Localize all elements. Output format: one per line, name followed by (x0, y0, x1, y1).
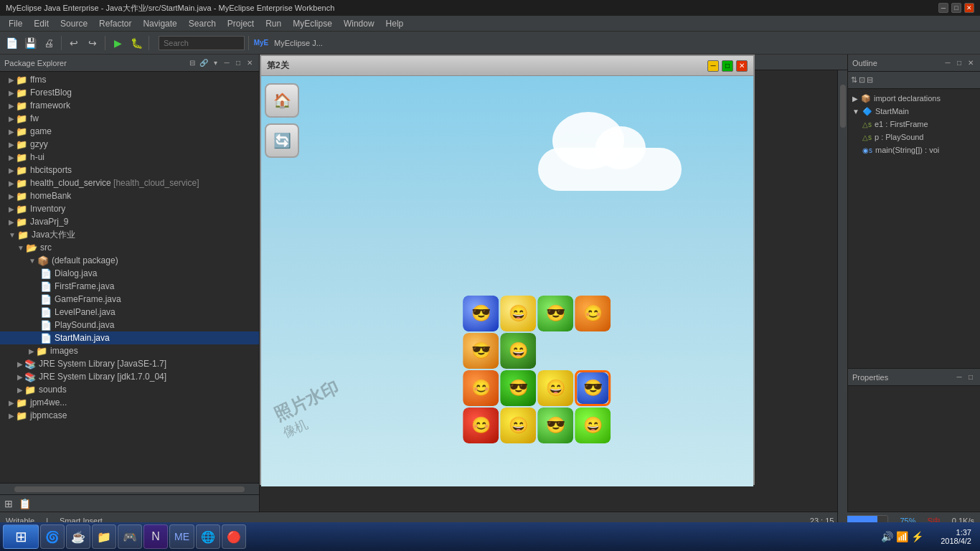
fruit-cell-0-0[interactable]: 😎 (463, 296, 499, 331)
collapse-all-button[interactable]: ⊟ (187, 58, 197, 68)
taskbar-app-game[interactable]: 🎮 (118, 524, 142, 549)
fruit-cell-2-1[interactable]: 😎 (500, 370, 536, 406)
tree-item-inventory[interactable]: ▶ 📁 Inventory (0, 202, 259, 215)
close-button[interactable]: ✕ (964, 3, 974, 13)
tree-item-fw[interactable]: ▶ 📁 fw (0, 112, 259, 125)
menu-edit[interactable]: Edit (28, 17, 55, 30)
maximize-button[interactable]: □ (951, 3, 961, 13)
print-button[interactable]: 🖨 (40, 34, 57, 52)
tree-item-default-package[interactable]: ▼ 📦 (default package) (0, 254, 259, 267)
outline-maximize[interactable]: □ (954, 58, 964, 68)
menu-navigate[interactable]: Navigate (137, 17, 182, 30)
tree-item-health[interactable]: ▶ 📁 health_cloud_service [health_cloud_s… (0, 176, 259, 189)
debug-button[interactable]: 🐛 (128, 34, 145, 52)
editor-scrollbar[interactable] (837, 70, 847, 527)
outline-collapse-button[interactable]: ⊟ (867, 75, 873, 85)
outline-item-e1[interactable]: △s e1 : FirstFrame (848, 118, 980, 131)
taskbar-app-onenote[interactable]: N (143, 524, 168, 549)
fruit-cell-2-3[interactable]: 😎 (575, 370, 611, 406)
minimize-button[interactable]: ─ (938, 3, 948, 13)
menu-file[interactable]: File (3, 17, 28, 30)
game-window[interactable]: 第2关 ─ □ ✕ 🏠 🔄 (260, 55, 755, 485)
taskbar-app-explorer[interactable]: 📁 (92, 524, 116, 549)
tree-item-jbpmcase[interactable]: ▶ 📁 jbpmcase (0, 409, 259, 422)
tree-item-images[interactable]: ▶ 📁 images (0, 344, 259, 357)
maximize-panel-button[interactable]: □ (233, 58, 243, 68)
fruit-cell-2-2[interactable]: 😄 (537, 370, 573, 406)
fruit-cell-3-1[interactable]: 😄 (500, 408, 536, 443)
taskbar-app-intellij[interactable]: 🌀 (40, 524, 65, 549)
redo-button[interactable]: ↪ (84, 34, 101, 52)
taskbar-app-browser[interactable]: 🌐 (196, 524, 220, 549)
panel-bottom-icon2[interactable]: 📋 (19, 498, 31, 509)
save-button[interactable]: 💾 (22, 34, 39, 52)
tree-item-javaprj9[interactable]: ▶ 📁 JavaPrj_9 (0, 215, 259, 228)
game-minimize-button[interactable]: ─ (707, 60, 719, 72)
panel-menu-button[interactable]: ▾ (210, 58, 220, 68)
search-input[interactable] (159, 36, 245, 50)
fruit-cell-3-0[interactable]: 😊 (463, 408, 499, 443)
taskbar-app-myeclipse[interactable]: ME (169, 524, 194, 549)
outline-item-p[interactable]: △s p : PlaySound (848, 131, 980, 143)
tree-item-sounds[interactable]: ▶ 📁 sounds (0, 383, 259, 396)
tree-item-hbcitsports[interactable]: ▶ 📁 hbcitsports (0, 164, 259, 176)
menu-window[interactable]: Window (338, 17, 380, 30)
fruit-cell-2-0[interactable]: 😊 (463, 370, 499, 406)
tree-item-gzyy[interactable]: ▶ 📁 gzyy (0, 138, 259, 151)
tree-item-levelpanel[interactable]: 📄 LevelPanel.java (0, 306, 259, 319)
tree-item-java-project[interactable]: ▼ 📁 Java大作业 (0, 228, 259, 241)
game-close-button[interactable]: ✕ (736, 60, 748, 72)
menu-help[interactable]: Help (380, 17, 410, 30)
fruit-cell-3-2[interactable]: 😎 (537, 408, 573, 443)
tree-item-dialog[interactable]: 📄 Dialog.java (0, 267, 259, 280)
tree-item-firstframe[interactable]: 📄 FirstFrame.java (0, 280, 259, 293)
network-icon[interactable]: 📶 (896, 531, 908, 542)
start-button[interactable]: ⊞ (3, 524, 39, 549)
link-editor-button[interactable]: 🔗 (199, 58, 209, 68)
outline-item-main[interactable]: ◉s main(String[]) : voi (848, 143, 980, 156)
tree-item-startmain[interactable]: 📄 StartMain.java (0, 331, 259, 344)
outline-minimize[interactable]: ─ (943, 58, 953, 68)
properties-minimize[interactable]: ─ (954, 372, 964, 382)
tree-item-jre2[interactable]: ▶ 📚 JRE System Library [jdk1.7.0_04] (0, 370, 259, 383)
horizontal-scrollbar[interactable] (0, 483, 259, 494)
fruit-cell-0-2[interactable]: 😎 (537, 296, 573, 331)
myeclipse-logo[interactable]: MyE (253, 34, 270, 52)
outline-filter-button[interactable]: ⊡ (859, 75, 865, 85)
menu-search[interactable]: Search (183, 17, 222, 30)
tree-item-src[interactable]: ▼ 📂 src (0, 241, 259, 254)
sound-icon[interactable]: 🔊 (881, 531, 893, 542)
tree-item-hui[interactable]: ▶ 📁 h-ui (0, 151, 259, 164)
fruit-cell-1-1[interactable]: 😄 (500, 333, 536, 369)
menu-myeclipse[interactable]: MyEclipse (287, 17, 338, 30)
outline-item-imports[interactable]: ▶ 📦 import declarations (848, 92, 980, 105)
panel-bottom-icon1[interactable]: ⊞ (4, 498, 13, 509)
outline-item-startmain[interactable]: ▼ 🔷 StartMain (848, 105, 980, 118)
fruit-cell-0-3[interactable]: 😊 (575, 296, 611, 331)
fruit-cell-0-1[interactable]: 😄 (500, 296, 536, 331)
fruit-cell-3-3[interactable]: 😄 (575, 408, 611, 443)
undo-button[interactable]: ↩ (65, 34, 83, 52)
tree-item-gameframe[interactable]: 📄 GameFrame.java (0, 293, 259, 306)
tree-item-jre1[interactable]: ▶ 📚 JRE System Library [JavaSE-1.7] (0, 357, 259, 370)
taskbar-app-java[interactable]: ☕ (66, 524, 90, 549)
outline-close[interactable]: ✕ (966, 58, 976, 68)
close-panel-button[interactable]: ✕ (245, 58, 255, 68)
tree-item-homebank[interactable]: ▶ 📁 homeBank (0, 189, 259, 202)
refresh-button[interactable]: 🔄 (265, 123, 299, 158)
power-icon[interactable]: ⚡ (911, 531, 923, 542)
menu-refactor[interactable]: Refactor (93, 17, 137, 30)
taskbar-app-app2[interactable]: 🔴 (222, 524, 246, 549)
minimize-panel-button[interactable]: ─ (222, 58, 232, 68)
run-button[interactable]: ▶ (109, 34, 126, 52)
tree-item-game[interactable]: ▶ 📁 game (0, 125, 259, 138)
fruit-cell-1-0[interactable]: 😎 (463, 333, 499, 369)
tree-item-framework[interactable]: ▶ 📁 framework (0, 99, 259, 112)
tree-item-playsound[interactable]: 📄 PlaySound.java (0, 319, 259, 331)
home-button[interactable]: 🏠 (265, 83, 299, 118)
new-button[interactable]: 📄 (3, 34, 20, 52)
outline-sort-button[interactable]: ⇅ (851, 75, 857, 85)
menu-project[interactable]: Project (222, 17, 260, 30)
tree-item-jpm4we[interactable]: ▶ 📁 jpm4we... (0, 396, 259, 409)
properties-maximize[interactable]: □ (966, 372, 976, 382)
